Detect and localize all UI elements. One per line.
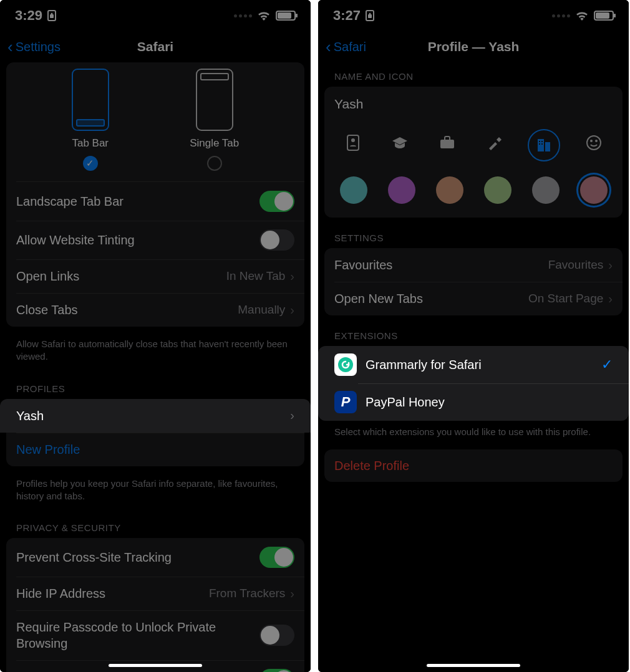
cross-site-toggle[interactable] <box>259 547 294 568</box>
home-indicator[interactable] <box>427 664 520 667</box>
svg-rect-2 <box>368 14 372 18</box>
delete-label: Delete Profile <box>334 459 409 473</box>
profiles-group: Yash › New Profile <box>6 399 304 466</box>
svg-rect-8 <box>545 142 550 151</box>
sim-icon <box>47 10 56 21</box>
delete-profile-button[interactable]: Delete Profile <box>324 449 623 482</box>
privacy-header: PRIVACY & SECURITY <box>6 514 304 538</box>
svg-rect-10 <box>541 141 543 142</box>
name-icon-group: Yash <box>324 87 623 218</box>
color-pink[interactable] <box>580 176 608 204</box>
back-button[interactable]: ‹ Settings <box>7 39 61 55</box>
svg-rect-4 <box>347 135 359 150</box>
extension-grammarly-row[interactable]: Grammarly for Safari ✓ <box>318 346 629 383</box>
single-tab-option[interactable]: Single Tab <box>190 69 239 171</box>
hide-ip-value: From Trackers <box>209 587 285 600</box>
battery-icon <box>594 11 614 21</box>
tab-layout-selector[interactable]: Tab Bar ✓ Single Tab <box>6 62 304 182</box>
svg-rect-6 <box>440 140 454 148</box>
right-screenshot: 3:27 ‹ Safari Profile — Yash NAME AND IC… <box>318 0 629 672</box>
svg-point-14 <box>591 140 592 142</box>
graduation-icon[interactable] <box>386 129 414 156</box>
chevron-left-icon: ‹ <box>326 39 331 55</box>
extensions-header: EXTENSIONS <box>324 322 623 346</box>
single-tab-label: Single Tab <box>190 137 239 150</box>
color-teal[interactable] <box>340 176 367 204</box>
cross-site-label: Prevent Cross-Site Tracking <box>16 549 259 565</box>
extensions-group: Grammarly for Safari ✓ P PayPal Honey <box>318 346 629 421</box>
cellular-dots-icon <box>552 14 570 17</box>
color-purple[interactable] <box>388 176 415 204</box>
favourites-row[interactable]: Favourites Favourites › <box>324 248 623 282</box>
chevron-left-icon: ‹ <box>7 39 13 55</box>
fraud-toggle[interactable] <box>259 669 294 672</box>
chevron-right-icon: › <box>608 292 613 306</box>
tinting-label: Allow Website Tinting <box>16 232 259 248</box>
profile-name-input[interactable]: Yash <box>324 87 623 122</box>
new-profile-label: New Profile <box>16 441 294 458</box>
building-icon[interactable] <box>528 129 560 161</box>
passcode-label: Require Passcode to Unlock Private Brows… <box>16 619 259 651</box>
open-new-tabs-row[interactable]: Open New Tabs On Start Page › <box>324 282 623 315</box>
single-tab-preview-icon <box>196 69 233 131</box>
profiles-footer: Profiles help you keep your Safari info … <box>6 473 304 514</box>
wifi-icon <box>575 11 589 21</box>
favourites-value: Favourites <box>548 258 604 272</box>
svg-point-16 <box>338 357 353 372</box>
back-button[interactable]: ‹ Safari <box>326 39 366 55</box>
hide-ip-row[interactable]: Hide IP Address From Trackers › <box>6 577 304 610</box>
profiles-header: PROFILES <box>6 375 304 399</box>
passcode-toggle[interactable] <box>259 625 294 646</box>
hammer-icon[interactable] <box>481 129 508 156</box>
back-label: Settings <box>16 40 61 54</box>
close-tabs-value: Manually <box>238 303 285 317</box>
extension-paypal-honey-row[interactable]: P PayPal Honey <box>318 383 629 421</box>
open-links-label: Open Links <box>16 268 226 284</box>
close-tabs-row[interactable]: Close Tabs Manually › <box>6 293 304 327</box>
svg-rect-12 <box>541 143 543 145</box>
profile-yash-row[interactable]: Yash › <box>0 399 311 433</box>
profile-name: Yash <box>16 408 290 424</box>
favourites-label: Favourites <box>334 257 548 273</box>
nav-bar: ‹ Safari Profile — Yash <box>318 31 629 62</box>
extension-name: PayPal Honey <box>366 395 445 410</box>
battery-icon <box>276 11 296 21</box>
cellular-dots-icon <box>234 14 252 17</box>
name-icon-header: NAME AND ICON <box>324 62 623 87</box>
svg-rect-9 <box>539 141 540 142</box>
settings-header: SETTINGS <box>324 224 623 248</box>
tab-bar-option[interactable]: Tab Bar ✓ <box>72 69 109 171</box>
back-label: Safari <box>334 40 366 54</box>
color-gray[interactable] <box>532 176 560 204</box>
chevron-right-icon: › <box>608 258 613 272</box>
extension-name: Grammarly for Safari <box>366 358 482 372</box>
tinting-toggle[interactable] <box>259 229 294 251</box>
paypal-icon: P <box>334 391 357 413</box>
color-picker <box>324 171 623 218</box>
chevron-right-icon: › <box>290 408 294 423</box>
close-tabs-footer: Allow Safari to automatically close tabs… <box>6 333 304 375</box>
privacy-group: Prevent Cross-Site Tracking Hide IP Addr… <box>6 538 304 672</box>
color-green[interactable] <box>484 176 511 204</box>
open-new-tabs-value: On Start Page <box>528 292 603 305</box>
sim-icon <box>366 10 374 21</box>
status-bar: 3:27 <box>318 0 629 31</box>
badge-icon[interactable] <box>339 129 367 156</box>
color-peach[interactable] <box>436 176 463 204</box>
svg-point-1 <box>51 13 53 15</box>
new-profile-row[interactable]: New Profile <box>6 433 304 466</box>
grammarly-icon <box>334 353 357 376</box>
landscape-toggle[interactable] <box>259 191 294 212</box>
smiley-icon[interactable] <box>580 129 608 156</box>
svg-rect-11 <box>539 143 540 145</box>
status-time: 3:29 <box>15 7 42 24</box>
checkmark-icon: ✓ <box>601 357 613 373</box>
cross-site-row: Prevent Cross-Site Tracking <box>6 538 304 577</box>
nav-bar: ‹ Settings Safari <box>0 31 311 62</box>
icon-picker <box>324 122 623 171</box>
close-tabs-label: Close Tabs <box>16 302 238 318</box>
briefcase-icon[interactable] <box>434 129 461 156</box>
home-indicator[interactable] <box>109 664 202 667</box>
passcode-row: Require Passcode to Unlock Private Brows… <box>6 610 304 660</box>
open-links-row[interactable]: Open Links In New Tab › <box>6 259 304 293</box>
